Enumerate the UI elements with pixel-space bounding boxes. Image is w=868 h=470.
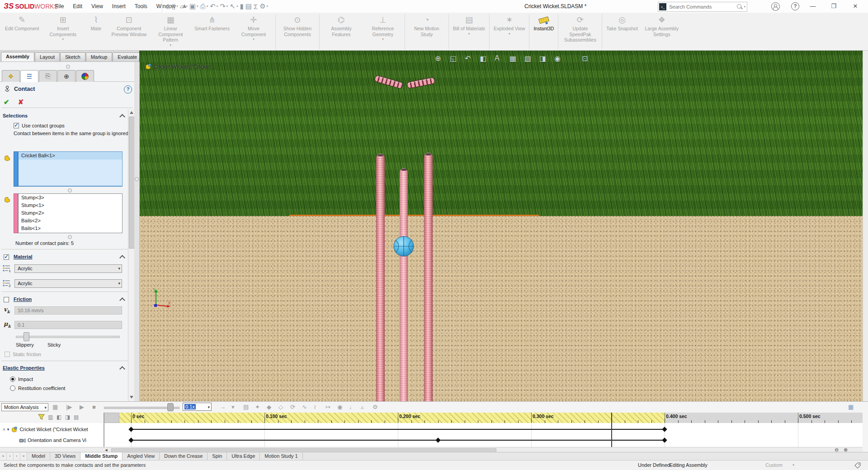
friction-checkbox[interactable] — [4, 297, 9, 302]
filter-animated-icon[interactable]: ▥ — [48, 414, 53, 420]
key-point[interactable] — [128, 437, 133, 442]
tab-sketch[interactable]: Sketch — [60, 52, 85, 61]
tab-evaluate[interactable]: Evaluate — [113, 52, 142, 61]
add-key-icon[interactable]: ◇ — [278, 404, 283, 410]
cancel-button[interactable]: ✘ — [18, 98, 24, 106]
list-item[interactable]: Cricket Ball<1> — [19, 152, 122, 160]
selection-filter-icon[interactable]: ▮ — [240, 2, 243, 10]
mate-button[interactable]: ⌇Mate — [84, 14, 108, 32]
collapse-elastic-icon[interactable] — [119, 366, 125, 372]
muk-input[interactable]: 0.1 — [14, 321, 122, 329]
spring-icon[interactable]: ∿ — [302, 404, 307, 410]
property-manager-tab[interactable]: ☰ — [20, 70, 38, 82]
help-icon[interactable]: ? — [791, 2, 799, 10]
menu-insert[interactable]: Insert — [108, 1, 130, 11]
bottom-tab-down-the-crease[interactable]: Down the Crease — [160, 452, 208, 461]
menu-file[interactable]: File — [51, 1, 68, 11]
edit-appearance-icon[interactable]: A — [495, 54, 500, 62]
contact-feature-icon[interactable]: ◉ — [337, 404, 342, 410]
bottom-tab-ultra-edge[interactable]: Ultra Edge — [227, 452, 260, 461]
ok-button[interactable]: ✔ — [4, 98, 9, 106]
bottom-tab-model[interactable]: Model — [27, 452, 50, 461]
smart-fasteners-button[interactable]: ⋔Smart Fasteners — [191, 14, 233, 32]
timeline-ruler[interactable]: 0 sec0.100 sec0.200 sec0.300 sec0.400 se… — [119, 413, 863, 423]
dropdown-icon[interactable]: ▾ — [186, 5, 188, 8]
stump-right[interactable] — [424, 153, 433, 401]
static-friction-checkbox[interactable] — [5, 352, 10, 357]
print-icon[interactable]: ⎙▾ — [200, 2, 208, 10]
key-point[interactable] — [662, 437, 667, 442]
move-component-button[interactable]: ✛Move Component▾ — [233, 14, 274, 41]
insert-components-button[interactable]: ⊞Insert Components▾ — [42, 14, 84, 41]
list-item[interactable]: Stump<3> — [19, 194, 122, 202]
impact-radio[interactable] — [10, 376, 15, 382]
selections-header[interactable]: Selections — [3, 113, 28, 118]
search-input[interactable] — [668, 4, 736, 10]
dropdown-icon[interactable]: ▾ — [509, 32, 510, 36]
reference-geometry-button[interactable]: ⊥Reference Geometry▾ — [362, 14, 404, 41]
vk-input[interactable]: 10.16 mm/s — [14, 306, 122, 315]
view-orientation-icon[interactable]: ▧ — [524, 54, 531, 63]
tag-icon[interactable] — [854, 462, 861, 469]
bottom-tab-middle-stump[interactable]: Middle Stump — [80, 452, 123, 461]
dropdown-icon[interactable]: ▾ — [217, 5, 218, 8]
expand-motion-manager-icon[interactable]: ▦ — [848, 404, 854, 410]
feature-manager-tab[interactable]: ❖ — [2, 70, 20, 82]
list-item[interactable]: Stump<2> — [19, 209, 122, 217]
graphics-viewport[interactable]: Cricket Wicket ("Cricket ... ⊕◱↶◧A▦▧◨◉⊡ … — [139, 51, 863, 401]
status-configuration[interactable]: Custom — [765, 462, 783, 468]
stump-left[interactable] — [376, 154, 385, 401]
dropdown-icon[interactable]: ▾ — [197, 5, 198, 8]
collapse-material-icon[interactable] — [119, 255, 125, 261]
collapse-selections-icon[interactable] — [119, 114, 125, 120]
material1-dropdown[interactable]: Acrylic — [14, 264, 122, 273]
configuration-dropdown-icon[interactable]: ▴ — [793, 462, 794, 466]
bottom-tab-angled-view[interactable]: Angled View — [123, 452, 160, 461]
restitution-radio[interactable] — [10, 385, 15, 391]
timeline-zoom-handle[interactable] — [167, 403, 174, 411]
bill-of-materials-button[interactable]: ▤Bill of Materials▾ — [450, 14, 488, 36]
show-hidden-components-button[interactable]: ⊙Show Hidden Components — [277, 14, 318, 37]
panel-splitter-handle[interactable] — [66, 65, 70, 69]
equations-icon[interactable]: Σ — [254, 3, 258, 10]
tab-assembly[interactable]: Assembly — [1, 52, 34, 61]
save-icon[interactable]: ▣▾ — [189, 2, 198, 10]
close-button[interactable]: ✕ — [846, 0, 864, 13]
filter-funnel-icon[interactable] — [38, 414, 45, 420]
exploded-view-button[interactable]: ✶Exploded View▾ — [491, 14, 528, 36]
options-icon[interactable]: ⚙▾ — [259, 2, 268, 10]
bottom-tab-motion-study-1[interactable]: Motion Study 1 — [260, 452, 302, 461]
search-commands-box[interactable]: >_ ▾ — [658, 2, 747, 12]
motor-icon[interactable]: ⟳ — [290, 404, 295, 410]
dropdown-icon[interactable]: ▾ — [382, 38, 384, 41]
key-point[interactable] — [662, 427, 667, 432]
menu-tools[interactable]: Tools — [130, 1, 152, 11]
friction-slider-track[interactable] — [16, 336, 120, 338]
section-view-icon[interactable]: ◧ — [480, 54, 486, 63]
dropdown-icon[interactable]: ▾ — [236, 5, 238, 8]
screen-icon[interactable]: ⊡ — [582, 54, 588, 63]
undo-icon[interactable]: ↶▾ — [210, 2, 218, 10]
home-icon[interactable]: ⌂ — [166, 3, 170, 10]
stop-icon[interactable]: ■ — [92, 404, 96, 410]
right-panel-strip[interactable] — [863, 51, 868, 401]
material-header[interactable]: Material — [14, 254, 33, 259]
dropdown-icon[interactable]: ▾ — [226, 5, 228, 8]
open-document-icon[interactable]: ▱▾ — [180, 2, 188, 10]
timeline-key-area[interactable] — [104, 423, 863, 447]
list-item[interactable]: Bails<1> — [19, 225, 122, 232]
new-document-icon[interactable]: ▯▾ — [172, 2, 178, 10]
previous-view-icon[interactable]: ↶ — [465, 54, 471, 63]
save-animation-icon[interactable]: ▤ — [243, 404, 249, 410]
display-style-icon[interactable]: ◨ — [539, 54, 546, 63]
study-type-dropdown[interactable]: Motion Analysis — [1, 403, 48, 411]
calculate-icon[interactable]: ▦ — [52, 404, 58, 410]
use-contact-groups-checkbox[interactable] — [14, 123, 19, 128]
filter-selected-icon[interactable]: ◨ — [65, 414, 70, 420]
account-icon[interactable] — [771, 2, 780, 11]
tab-markup[interactable]: Markup — [86, 52, 113, 61]
key-point[interactable] — [435, 437, 440, 442]
splitter-handle[interactable] — [135, 177, 139, 181]
playback-mode-dropdown-icon[interactable]: ▾ — [231, 404, 235, 410]
dropdown-icon[interactable]: ▾ — [176, 5, 178, 8]
